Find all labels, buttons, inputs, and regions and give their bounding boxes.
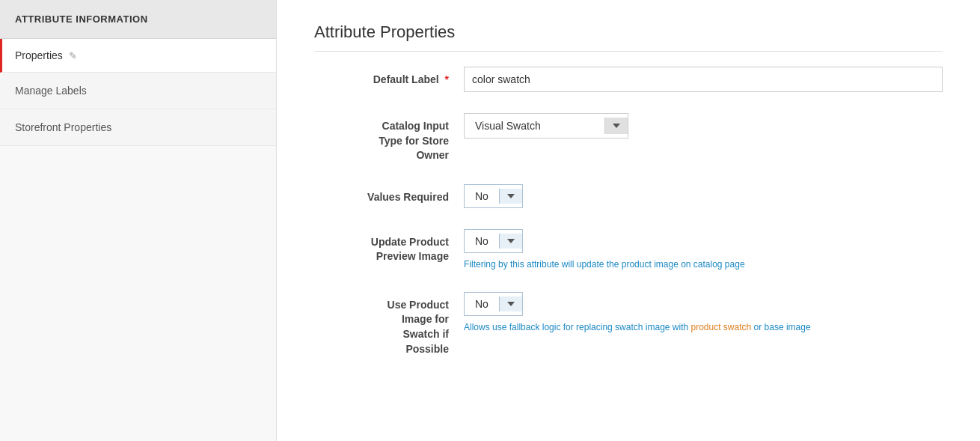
catalog-input-type-value: Visual Swatch — [465, 114, 604, 138]
sidebar-item-manage-labels[interactable]: Manage Labels — [0, 73, 276, 109]
update-product-preview-label: Update Product Preview Image — [314, 229, 464, 264]
use-product-image-hint: Allows use fallback logic for replacing … — [464, 320, 943, 334]
use-product-image-row: Use Product Image for Swatch if Possible… — [314, 292, 943, 356]
sidebar-header: ATTRIBUTE INFORMATION — [0, 0, 276, 39]
update-product-preview-select[interactable]: No — [464, 229, 523, 253]
sidebar-nav: Properties ✎ Manage Labels Storefront Pr… — [0, 39, 276, 146]
form-section: Default Label * Catalog Input Type for S… — [314, 67, 943, 356]
use-product-image-label: Use Product Image for Swatch if Possible — [314, 292, 464, 356]
update-product-preview-value: No — [465, 230, 499, 252]
values-required-control: No — [464, 184, 943, 208]
catalog-input-type-row: Catalog Input Type for Store Owner Visua… — [314, 113, 943, 163]
fallback-logic-link[interactable]: fallback logic — [509, 322, 561, 332]
chevron-down-icon — [507, 302, 515, 306]
use-product-image-dropdown-btn[interactable] — [499, 296, 522, 311]
required-star: * — [445, 73, 449, 85]
default-label-input[interactable] — [464, 67, 943, 92]
sidebar-item-label: Properties — [15, 49, 63, 61]
default-label-row: Default Label * — [314, 67, 943, 92]
chevron-down-icon — [507, 239, 515, 243]
content-area: Attribute Properties Default Label * Cat… — [277, 0, 980, 407]
update-product-preview-dropdown-btn[interactable] — [499, 234, 522, 249]
catalog-input-type-label: Catalog Input Type for Store Owner — [314, 113, 464, 163]
sidebar-item-storefront-properties[interactable]: Storefront Properties — [0, 109, 276, 146]
sidebar-item-label: Storefront Properties — [15, 121, 111, 133]
page-title: Attribute Properties — [314, 22, 943, 52]
values-required-dropdown-btn[interactable] — [499, 189, 522, 204]
update-product-preview-control: No Filtering by this attribute will upda… — [464, 229, 943, 271]
base-image-link[interactable]: base image — [765, 322, 811, 332]
default-label-label: Default Label * — [314, 67, 464, 88]
default-label-control — [464, 67, 943, 92]
values-required-select[interactable]: No — [464, 184, 523, 208]
main-content: Attribute Properties Default Label * Cat… — [277, 0, 980, 441]
use-product-image-value: No — [465, 293, 499, 315]
sidebar-item-label: Manage Labels — [15, 85, 87, 97]
catalog-input-type-select[interactable]: Visual Swatch — [464, 113, 628, 139]
values-required-row: Values Required No — [314, 184, 943, 208]
sidebar-item-properties[interactable]: Properties ✎ — [0, 39, 276, 73]
catalog-input-type-dropdown-btn[interactable] — [604, 118, 628, 134]
update-product-preview-hint: Filtering by this attribute will update … — [464, 258, 943, 271]
values-required-value: No — [465, 185, 499, 207]
product-swatch-link[interactable]: product swatch — [690, 322, 751, 332]
sidebar: ATTRIBUTE INFORMATION Properties ✎ Manag… — [0, 0, 277, 441]
update-product-preview-row: Update Product Preview Image No Filterin… — [314, 229, 943, 271]
catalog-input-type-control: Visual Swatch — [464, 113, 943, 139]
chevron-down-icon — [507, 194, 515, 198]
chevron-down-icon — [613, 124, 620, 128]
pencil-icon: ✎ — [69, 50, 77, 61]
use-product-image-select[interactable]: No — [464, 292, 523, 316]
use-product-image-control: No Allows use fallback logic for replaci… — [464, 292, 943, 334]
values-required-label: Values Required — [314, 184, 464, 205]
